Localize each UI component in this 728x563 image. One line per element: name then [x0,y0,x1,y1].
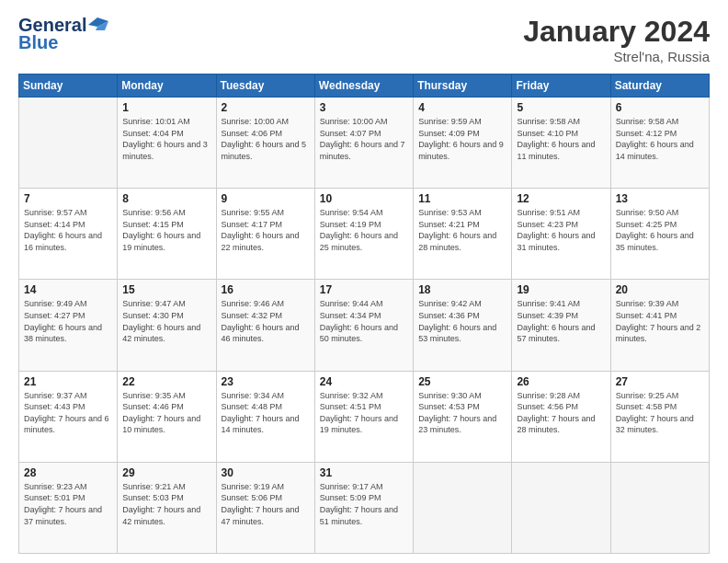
day-number: 19 [517,283,605,296]
page: General Blue January 2024 Strel'na, Russ… [0,0,728,563]
calendar-cell: 15Sunrise: 9:47 AMSunset: 4:30 PMDayligh… [118,280,216,371]
day-info: Sunrise: 9:21 AMSunset: 5:03 PMDaylight:… [122,481,210,527]
calendar-cell: 7Sunrise: 9:57 AMSunset: 4:14 PMDaylight… [19,189,118,280]
day-number: 31 [320,466,408,479]
calendar-week-4: 28Sunrise: 9:23 AMSunset: 5:01 PMDayligh… [19,462,710,553]
day-number: 1 [122,101,210,114]
day-number: 11 [418,192,506,205]
day-info: Sunrise: 9:46 AMSunset: 4:32 PMDaylight:… [222,298,310,344]
day-number: 22 [122,375,210,388]
day-info: Sunrise: 9:35 AMSunset: 4:46 PMDaylight:… [122,390,210,436]
day-info: Sunrise: 9:30 AMSunset: 4:53 PMDaylight:… [418,390,506,436]
day-info: Sunrise: 9:44 AMSunset: 4:34 PMDaylight:… [320,298,408,344]
day-info: Sunrise: 9:56 AMSunset: 4:15 PMDaylight:… [122,207,210,253]
day-number: 18 [418,283,506,296]
day-info: Sunrise: 9:37 AMSunset: 4:43 PMDaylight:… [24,390,112,436]
day-number: 9 [222,192,310,205]
day-info: Sunrise: 9:54 AMSunset: 4:19 PMDaylight:… [320,207,408,253]
day-info: Sunrise: 9:32 AMSunset: 4:51 PMDaylight:… [320,390,408,436]
day-number: 21 [24,375,112,388]
calendar-cell: 14Sunrise: 9:49 AMSunset: 4:27 PMDayligh… [19,280,118,371]
day-number: 14 [24,283,112,296]
calendar-cell: 17Sunrise: 9:44 AMSunset: 4:34 PMDayligh… [314,280,413,371]
calendar-cell: 13Sunrise: 9:50 AMSunset: 4:25 PMDayligh… [610,189,709,280]
calendar-cell: 28Sunrise: 9:23 AMSunset: 5:01 PMDayligh… [19,462,118,553]
page-subtitle: Strel'na, Russia [523,49,710,64]
calendar-cell: 8Sunrise: 9:56 AMSunset: 4:15 PMDaylight… [118,189,216,280]
calendar-cell: 20Sunrise: 9:39 AMSunset: 4:41 PMDayligh… [610,280,709,371]
calendar-cell: 10Sunrise: 9:54 AMSunset: 4:19 PMDayligh… [314,189,413,280]
day-number: 10 [320,192,408,205]
day-number: 28 [24,466,112,479]
calendar-cell: 9Sunrise: 9:55 AMSunset: 4:17 PMDaylight… [216,189,314,280]
day-info: Sunrise: 9:23 AMSunset: 5:01 PMDaylight:… [24,481,112,527]
header-friday: Friday [512,75,610,98]
day-number: 2 [222,101,310,114]
calendar-cell: 26Sunrise: 9:28 AMSunset: 4:56 PMDayligh… [512,371,610,462]
calendar-header-row: Sunday Monday Tuesday Wednesday Thursday… [19,75,710,98]
page-title: January 2024 [523,15,710,49]
day-number: 15 [122,283,210,296]
calendar-cell: 3Sunrise: 10:00 AMSunset: 4:07 PMDayligh… [314,98,413,189]
logo-blue: Blue [18,32,58,53]
day-number: 7 [24,192,112,205]
calendar-cell: 6Sunrise: 9:58 AMSunset: 4:12 PMDaylight… [610,98,709,189]
calendar-cell: 19Sunrise: 9:41 AMSunset: 4:39 PMDayligh… [512,280,610,371]
calendar-cell: 5Sunrise: 9:58 AMSunset: 4:10 PMDaylight… [512,98,610,189]
header-wednesday: Wednesday [314,75,413,98]
day-info: Sunrise: 9:28 AMSunset: 4:56 PMDaylight:… [517,390,605,436]
header-sunday: Sunday [19,75,118,98]
day-number: 25 [418,375,506,388]
day-number: 17 [320,283,408,296]
logo: General Blue [18,15,108,53]
day-info: Sunrise: 9:41 AMSunset: 4:39 PMDaylight:… [517,298,605,344]
calendar-cell: 21Sunrise: 9:37 AMSunset: 4:43 PMDayligh… [19,371,118,462]
day-number: 13 [616,192,704,205]
day-number: 16 [222,283,310,296]
day-info: Sunrise: 10:00 AMSunset: 4:06 PMDaylight… [222,116,310,162]
day-number: 8 [122,192,210,205]
calendar-cell: 4Sunrise: 9:59 AMSunset: 4:09 PMDaylight… [414,98,512,189]
day-number: 6 [616,101,704,114]
header: General Blue January 2024 Strel'na, Russ… [18,15,710,64]
day-info: Sunrise: 9:34 AMSunset: 4:48 PMDaylight:… [222,390,310,436]
calendar-week-3: 21Sunrise: 9:37 AMSunset: 4:43 PMDayligh… [19,371,710,462]
logo-bird-icon [88,17,108,32]
calendar-week-1: 7Sunrise: 9:57 AMSunset: 4:14 PMDaylight… [19,189,710,280]
day-number: 30 [222,466,310,479]
day-number: 20 [616,283,704,296]
day-number: 27 [616,375,704,388]
calendar-cell: 1Sunrise: 10:01 AMSunset: 4:04 PMDayligh… [118,98,216,189]
day-info: Sunrise: 9:47 AMSunset: 4:30 PMDaylight:… [122,298,210,344]
calendar-cell: 24Sunrise: 9:32 AMSunset: 4:51 PMDayligh… [314,371,413,462]
calendar-cell: 11Sunrise: 9:53 AMSunset: 4:21 PMDayligh… [414,189,512,280]
header-tuesday: Tuesday [216,75,314,98]
calendar-cell [414,462,512,553]
calendar-week-0: 1Sunrise: 10:01 AMSunset: 4:04 PMDayligh… [19,98,710,189]
calendar-cell [512,462,610,553]
day-number: 5 [517,101,605,114]
header-thursday: Thursday [414,75,512,98]
day-info: Sunrise: 9:39 AMSunset: 4:41 PMDaylight:… [616,298,704,344]
calendar-cell: 29Sunrise: 9:21 AMSunset: 5:03 PMDayligh… [118,462,216,553]
header-saturday: Saturday [610,75,709,98]
day-number: 4 [418,101,506,114]
calendar-cell: 2Sunrise: 10:00 AMSunset: 4:06 PMDayligh… [216,98,314,189]
day-info: Sunrise: 9:17 AMSunset: 5:09 PMDaylight:… [320,481,408,527]
day-number: 23 [222,375,310,388]
calendar-cell: 27Sunrise: 9:25 AMSunset: 4:58 PMDayligh… [610,371,709,462]
day-info: Sunrise: 9:59 AMSunset: 4:09 PMDaylight:… [418,116,506,162]
header-monday: Monday [118,75,216,98]
calendar-cell: 18Sunrise: 9:42 AMSunset: 4:36 PMDayligh… [414,280,512,371]
day-number: 26 [517,375,605,388]
day-info: Sunrise: 9:25 AMSunset: 4:58 PMDaylight:… [616,390,704,436]
day-info: Sunrise: 9:58 AMSunset: 4:10 PMDaylight:… [517,116,605,162]
calendar-cell: 12Sunrise: 9:51 AMSunset: 4:23 PMDayligh… [512,189,610,280]
title-block: January 2024 Strel'na, Russia [523,15,710,64]
calendar-cell: 30Sunrise: 9:19 AMSunset: 5:06 PMDayligh… [216,462,314,553]
calendar-table: Sunday Monday Tuesday Wednesday Thursday… [18,74,710,554]
day-info: Sunrise: 10:01 AMSunset: 4:04 PMDaylight… [122,116,210,162]
day-info: Sunrise: 9:53 AMSunset: 4:21 PMDaylight:… [418,207,506,253]
calendar-cell: 31Sunrise: 9:17 AMSunset: 5:09 PMDayligh… [314,462,413,553]
day-info: Sunrise: 9:57 AMSunset: 4:14 PMDaylight:… [24,207,112,253]
